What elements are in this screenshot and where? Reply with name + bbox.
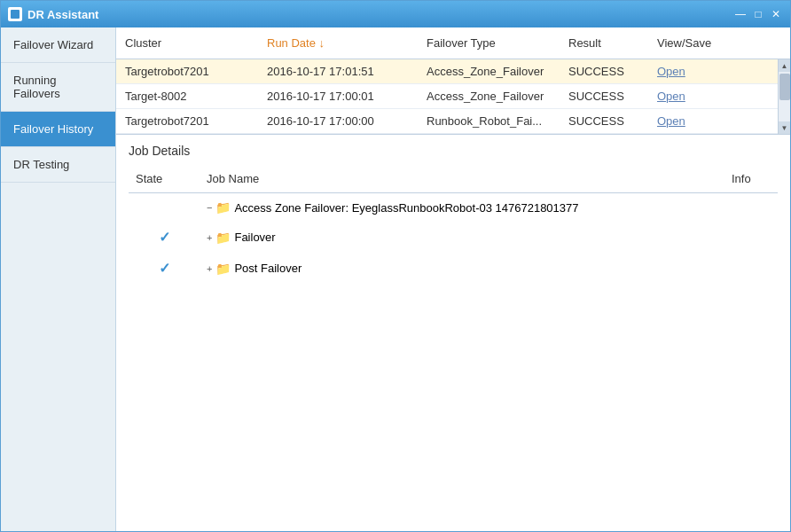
td-run-date-0: 2016-10-17 17:01:51: [258, 59, 418, 83]
td-result-2: SUCCESS: [560, 109, 648, 133]
td-view-save-1: Open: [648, 84, 778, 108]
jd-info-0: [724, 204, 778, 211]
folder-row-1: + 📁 Failover: [207, 231, 717, 245]
jd-job-name-text-0: Access Zone Failover: EyeglassRunbookRob…: [234, 201, 578, 215]
folder-icon-0: 📁: [215, 200, 231, 215]
close-button[interactable]: ✕: [769, 7, 783, 21]
th-result: Result: [560, 33, 648, 53]
td-cluster-0: Targetrobot7201: [116, 59, 258, 83]
td-result-0: SUCCESS: [560, 59, 648, 83]
check-icon-2: ✓: [159, 260, 170, 277]
main-content: Failover Wizard Running Failovers Failov…: [1, 27, 790, 531]
scrollbar-down-button[interactable]: ▼: [779, 121, 790, 134]
sidebar-item-running-failovers[interactable]: Running Failovers: [1, 63, 115, 112]
minimize-button[interactable]: —: [733, 7, 748, 21]
app-title: DR Assistant: [27, 8, 98, 21]
open-link-1[interactable]: Open: [657, 90, 685, 103]
collapse-icon-0[interactable]: −: [207, 202, 212, 213]
td-result-1: SUCCESS: [560, 84, 648, 108]
folder-row-2: + 📁 Post Failover: [207, 262, 717, 276]
open-link-2[interactable]: Open: [657, 114, 685, 128]
sidebar-item-dr-testing[interactable]: DR Testing: [1, 147, 115, 183]
expand-icon-1[interactable]: +: [207, 232, 212, 243]
td-failover-type-1: Access_Zone_Failover: [418, 84, 560, 108]
title-controls: — □ ✕: [733, 7, 783, 21]
table-header-row: Cluster Run Date ↓ Failover Type Result …: [116, 27, 790, 59]
td-failover-type-2: Runbook_Robot_Fai...: [418, 109, 560, 133]
job-details-title: Job Details: [129, 144, 778, 158]
th-cluster: Cluster: [116, 33, 258, 53]
expand-icon-2[interactable]: +: [207, 263, 212, 274]
scrollbar-up-button[interactable]: ▲: [779, 59, 790, 72]
table-row[interactable]: Target-8002 2016-10-17 17:00:01 Access_Z…: [116, 84, 778, 109]
td-run-date-1: 2016-10-17 17:00:01: [258, 84, 418, 108]
open-link-0[interactable]: Open: [657, 65, 685, 78]
th-failover-type: Failover Type: [418, 33, 560, 53]
check-icon-1: ✓: [159, 229, 170, 246]
folder-row-0: − 📁 Access Zone Failover: EyeglassRunboo…: [207, 200, 717, 215]
app-icon: [8, 7, 22, 21]
table-section: Cluster Run Date ↓ Failover Type Result …: [116, 27, 790, 135]
jd-state-2: ✓: [129, 256, 200, 280]
content-area: Cluster Run Date ↓ Failover Type Result …: [116, 27, 790, 531]
title-bar: DR Assistant — □ ✕: [1, 1, 790, 27]
td-run-date-2: 2016-10-17 17:00:00: [258, 109, 418, 133]
jd-job-name-text-2: Post Failover: [234, 262, 302, 275]
td-cluster-1: Target-8002: [116, 84, 258, 108]
job-detail-row: − 📁 Access Zone Failover: EyeglassRunboo…: [129, 193, 778, 222]
table-row[interactable]: Targetrobot7201 2016-10-17 17:01:51 Acce…: [116, 59, 778, 84]
td-view-save-0: Open: [648, 59, 778, 83]
jd-info-2: [724, 265, 778, 272]
job-detail-row: ✓ + 📁 Failover: [129, 222, 778, 253]
folder-icon-2: 📁: [215, 262, 231, 276]
jd-info-1: [724, 234, 778, 241]
maximize-button[interactable]: □: [751, 7, 765, 21]
job-details-section: Job Details State Job Name Info − 📁 Acce…: [116, 135, 790, 531]
scrollbar-track: ▲ ▼: [778, 59, 790, 134]
jd-state-0: [129, 204, 200, 211]
sidebar: Failover Wizard Running Failovers Failov…: [1, 27, 116, 531]
jd-state-1: ✓: [129, 225, 200, 249]
th-view-save: View/Save: [648, 33, 778, 53]
td-failover-type-0: Access_Zone_Failover: [418, 59, 560, 83]
sidebar-item-failover-wizard[interactable]: Failover Wizard: [1, 27, 115, 63]
folder-icon-1: 📁: [215, 231, 231, 245]
job-table-header: State Job Name Info: [129, 165, 778, 193]
th-run-date[interactable]: Run Date ↓: [258, 33, 418, 53]
table-row[interactable]: Targetrobot7201 2016-10-17 17:00:00 Runb…: [116, 109, 778, 134]
sidebar-item-failover-history[interactable]: Failover History: [1, 112, 115, 147]
jth-state: State: [129, 168, 200, 189]
td-view-save-2: Open: [648, 109, 778, 133]
scrollbar-thumb[interactable]: [779, 74, 790, 100]
table-rows: Targetrobot7201 2016-10-17 17:01:51 Acce…: [116, 59, 778, 134]
jd-job-name-2: + 📁 Post Failover: [200, 258, 724, 279]
app-window: DR Assistant — □ ✕ Failover Wizard Runni…: [0, 0, 791, 532]
title-bar-left: DR Assistant: [8, 7, 98, 21]
jd-job-name-1: + 📁 Failover: [200, 227, 724, 248]
jth-info: Info: [724, 168, 778, 189]
jth-job-name: Job Name: [200, 168, 724, 189]
table-with-scroll: Targetrobot7201 2016-10-17 17:01:51 Acce…: [116, 59, 790, 134]
td-cluster-2: Targetrobot7201: [116, 109, 258, 133]
job-detail-row: ✓ + 📁 Post Failover: [129, 253, 778, 284]
jd-job-name-text-1: Failover: [234, 231, 275, 244]
jd-job-name-0: − 📁 Access Zone Failover: EyeglassRunboo…: [200, 197, 724, 218]
